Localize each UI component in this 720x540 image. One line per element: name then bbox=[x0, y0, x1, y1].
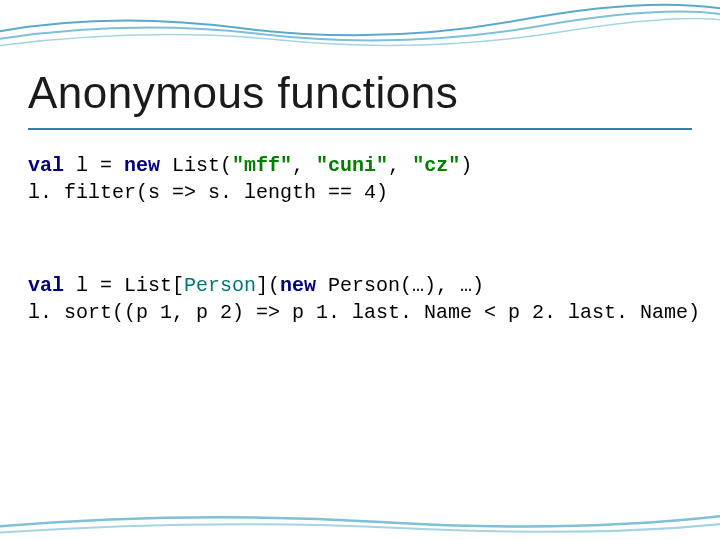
type-name: Person bbox=[184, 274, 256, 297]
string-literal: "cz" bbox=[412, 154, 460, 177]
code-block-2: val l = List[Person](new Person(…), …) l… bbox=[28, 272, 700, 326]
code-line: l. filter(s => s. length == 4) bbox=[28, 181, 388, 204]
string-literal: "cuni" bbox=[316, 154, 388, 177]
code-text: , bbox=[388, 154, 412, 177]
keyword-val: val bbox=[28, 154, 64, 177]
code-text: l = bbox=[64, 154, 124, 177]
code-text: l = List[ bbox=[64, 274, 184, 297]
keyword-new: new bbox=[280, 274, 316, 297]
code-line: l. sort((p 1, p 2) => p 1. last. Name < … bbox=[28, 301, 700, 324]
code-text: ]( bbox=[256, 274, 280, 297]
slide-title: Anonymous functions bbox=[28, 68, 458, 118]
title-underline bbox=[28, 128, 692, 130]
footer-wave-decoration bbox=[0, 500, 720, 540]
code-text: , bbox=[292, 154, 316, 177]
code-text: Person(…), …) bbox=[316, 274, 484, 297]
code-text: List( bbox=[160, 154, 232, 177]
code-text: ) bbox=[460, 154, 472, 177]
keyword-new: new bbox=[124, 154, 160, 177]
code-block-1: val l = new List("mff", "cuni", "cz") l.… bbox=[28, 152, 472, 206]
string-literal: "mff" bbox=[232, 154, 292, 177]
header-wave-decoration bbox=[0, 0, 720, 60]
keyword-val: val bbox=[28, 274, 64, 297]
